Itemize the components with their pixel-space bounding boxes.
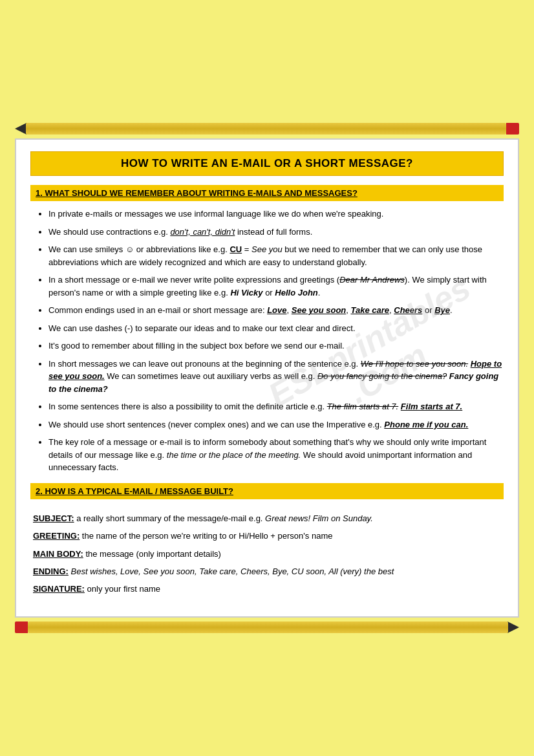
pencil-top (15, 122, 519, 136)
bullet-text: Common endings used in an e-mail or shor… (48, 305, 453, 315)
mainbody-label: MAIN BODY: (33, 549, 83, 559)
ending-text: Best wishes, Love, See you soon, Take ca… (71, 567, 394, 576)
ending-label: ENDING: (33, 567, 69, 576)
bullet-text: We should use short sentences (never com… (48, 420, 468, 429)
list-item: We can use smileys ☺ or abbreviations li… (48, 243, 504, 268)
list-item: In a short message or e-mail we never wr… (48, 274, 504, 299)
greeting-label: GREETING: (33, 531, 80, 541)
section1-header: 1. WHAT SHOULD WE REMEMBER ABOUT WRITING… (30, 185, 504, 201)
list-item: In private e-mails or messages we use in… (48, 208, 504, 221)
pencil-bar-top (26, 123, 506, 135)
list-item: In some sentences there is also a possib… (48, 400, 504, 413)
greeting-text: the name of the person we're writing to … (82, 531, 333, 541)
pencil-tip-right (507, 621, 519, 633)
bullet-list: In private e-mails or messages we use in… (30, 208, 504, 474)
subject-example: Great news! Film on Sunday. (265, 513, 373, 523)
main-title: HOW TO WRITE AN E-MAIL OR A SHORT MESSAG… (30, 151, 504, 176)
list-item: We can use dashes (-) to separate our id… (48, 322, 504, 335)
section2-signature: SIGNATURE: only your first name (33, 581, 501, 596)
pencil-bottom (15, 620, 519, 634)
main-card: ESLprintables.Com HOW TO WRITE AN E-MAIL… (15, 138, 519, 617)
section2-header: 2. HOW IS A TYPICAL E-MAIL / MESSAGE BUI… (30, 483, 504, 499)
pencil-eraser-right (506, 123, 519, 135)
subject-text: a really short summary of the message/e-… (76, 513, 265, 523)
bullet-text: In short messages we can leave out prono… (48, 359, 502, 394)
pencil-eraser-left (15, 621, 28, 633)
section2-subject: SUBJECT: a really short summary of the m… (33, 511, 501, 526)
list-item: We should use contractions e.g. don't, c… (48, 226, 504, 239)
section2-ending: ENDING: Best wishes, Love, See you soon,… (33, 564, 501, 579)
list-item: It's good to remember about filling in t… (48, 340, 504, 352)
section2-greeting: GREETING: the name of the person we're w… (33, 528, 501, 543)
pencil-bar-bottom (28, 621, 508, 633)
bullet-text: We should use contractions e.g. don't, c… (48, 227, 312, 237)
list-item: Common endings used in an e-mail or shor… (48, 304, 504, 317)
section2-content: SUBJECT: a really short summary of the m… (30, 506, 504, 605)
pencil-tip-left (15, 123, 27, 135)
list-item: The key role of a message or e-mail is t… (48, 436, 504, 474)
bullet-text: We can use smileys ☺ or abbreviations li… (48, 244, 482, 267)
list-item: In short messages we can leave out prono… (48, 358, 504, 396)
bullet-text: In a short message or e-mail we never wr… (48, 275, 487, 297)
signature-label: SIGNATURE: (33, 584, 85, 594)
bullet-text: We can use dashes (-) to separate our id… (48, 323, 356, 333)
signature-text: only your first name (87, 584, 160, 594)
bullet-text: The key role of a message or e-mail is t… (48, 437, 486, 472)
bullet-text: It's good to remember about filling in t… (48, 341, 345, 351)
subject-label: SUBJECT: (33, 513, 74, 523)
mainbody-text: the message (only important details) (85, 549, 221, 559)
bullet-text: In private e-mails or messages we use in… (48, 209, 383, 219)
page-wrapper: ESLprintables.Com HOW TO WRITE AN E-MAIL… (15, 122, 519, 634)
section2-mainbody: MAIN BODY: the message (only important d… (33, 546, 501, 561)
section2: 2. HOW IS A TYPICAL E-MAIL / MESSAGE BUI… (30, 483, 504, 605)
bullet-text: In some sentences there is also a possib… (48, 402, 462, 411)
list-item: We should use short sentences (never com… (48, 418, 504, 431)
